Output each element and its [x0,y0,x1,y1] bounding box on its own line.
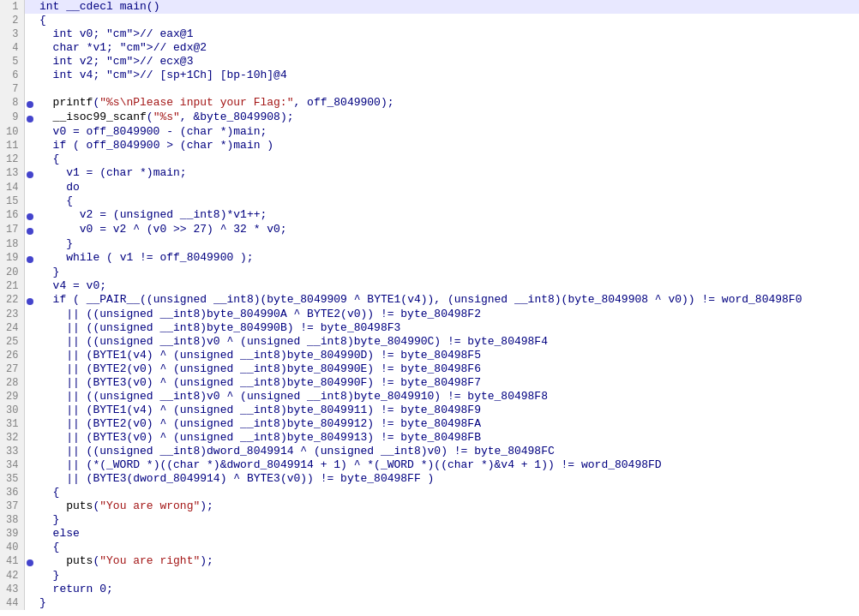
breakpoint-dot[interactable] [24,458,36,472]
code-line: || (BYTE1(v4) ^ (unsigned __int8)byte_80… [36,349,859,362]
breakpoint-dot[interactable] [24,431,36,445]
line-number: 11 [0,139,24,153]
table-row: 30 || (BYTE1(v4) ^ (unsigned __int8)byte… [0,404,859,417]
code-line: } [36,237,859,251]
code-line: char *v1; "cm">// edx@2 [36,41,859,55]
line-number: 3 [0,27,24,41]
breakpoint-dot[interactable] [24,41,36,55]
breakpoint-dot[interactable] [24,55,36,69]
code-line: int v4; "cm">// [sp+1Ch] [bp-10h]@4 [36,69,859,82]
table-row: 4 char *v1; "cm">// edx@2 [0,41,859,55]
code-line: __isoc99_scanf("%s", &byte_8049908); [36,111,859,125]
code-line: } [36,569,859,583]
line-number: 24 [0,321,24,335]
line-number: 16 [0,208,24,223]
code-line: while ( v1 != off_8049900 ); [36,251,859,266]
code-line: if ( off_8049900 > (char *)main ) [36,139,859,153]
line-number: 12 [0,153,24,166]
table-row: 29 || ((unsigned __int8)v0 ^ (unsigned _… [0,390,859,404]
breakpoint-dot[interactable] [24,208,36,223]
breakpoint-dot[interactable] [24,111,36,125]
table-row: 40 { [0,541,859,554]
table-row: 19 while ( v1 != off_8049900 ); [0,251,859,266]
table-row: 37 puts("You are wrong"); [0,499,859,513]
table-row: 15 { [0,194,859,208]
breakpoint-dot[interactable] [24,96,36,111]
breakpoint-dot[interactable] [24,541,36,554]
breakpoint-dot[interactable] [24,194,36,208]
breakpoint-dot[interactable] [24,596,36,610]
breakpoint-dot[interactable] [24,14,36,27]
breakpoint-dot[interactable] [24,569,36,583]
breakpoint-dot[interactable] [24,472,36,486]
code-line: || ((unsigned __int8)dword_8049914 ^ (un… [36,445,859,458]
breakpoint-dot[interactable] [24,321,36,335]
line-number: 31 [0,417,24,431]
code-line: { [36,541,859,554]
breakpoint-dot[interactable] [24,223,36,237]
line-number: 23 [0,308,24,321]
code-line [36,82,859,96]
breakpoint-dot[interactable] [24,251,36,266]
breakpoint-dot[interactable] [24,417,36,431]
breakpoint-dot[interactable] [24,362,36,376]
breakpoint-dot[interactable] [24,153,36,166]
line-number: 13 [0,166,24,181]
table-row: 7 [0,82,859,96]
code-line: { [36,153,859,166]
code-line: } [36,513,859,527]
breakpoint-dot[interactable] [24,237,36,251]
code-line: puts("You are right"); [36,554,859,569]
breakpoint-dot[interactable] [24,27,36,41]
table-row: 32 || (BYTE3(v0) ^ (unsigned __int8)byte… [0,431,859,445]
table-row: 31 || (BYTE2(v0) ^ (unsigned __int8)byte… [0,417,859,431]
code-line: do [36,181,859,194]
table-row: 16 v2 = (unsigned __int8)*v1++; [0,208,859,223]
code-line: || (BYTE2(v0) ^ (unsigned __int8)byte_80… [36,362,859,376]
code-line: || (BYTE3(dword_8049914) ^ BYTE3(v0)) !=… [36,472,859,486]
line-number: 26 [0,349,24,362]
table-row: 26 || (BYTE1(v4) ^ (unsigned __int8)byte… [0,349,859,362]
line-number: 39 [0,527,24,541]
code-line: || ((unsigned __int8)v0 ^ (unsigned __in… [36,390,859,404]
line-number: 5 [0,55,24,69]
breakpoint-dot[interactable] [24,82,36,96]
code-line: v2 = (unsigned __int8)*v1++; [36,208,859,223]
breakpoint-dot[interactable] [24,266,36,279]
breakpoint-dot[interactable] [24,513,36,527]
code-line: int v2; "cm">// ecx@3 [36,55,859,69]
breakpoint-dot[interactable] [24,308,36,321]
line-number: 42 [0,569,24,583]
line-number: 6 [0,69,24,82]
table-row: 22 if ( __PAIR__((unsigned __int8)(byte_… [0,293,859,308]
breakpoint-dot[interactable] [24,499,36,513]
breakpoint-dot[interactable] [24,69,36,82]
breakpoint-dot[interactable] [24,181,36,194]
code-line: || (BYTE1(v4) ^ (unsigned __int8)byte_80… [36,404,859,417]
breakpoint-dot[interactable] [24,527,36,541]
table-row: 42 } [0,569,859,583]
breakpoint-dot[interactable] [24,0,36,14]
breakpoint-dot[interactable] [24,445,36,458]
breakpoint-dot[interactable] [24,349,36,362]
breakpoint-dot[interactable] [24,554,36,569]
breakpoint-dot[interactable] [24,376,36,390]
code-line: { [36,486,859,499]
breakpoint-dot[interactable] [24,125,36,139]
breakpoint-dot[interactable] [24,335,36,349]
code-line: int v0; "cm">// eax@1 [36,27,859,41]
breakpoint-dot[interactable] [24,139,36,153]
line-number: 21 [0,279,24,293]
breakpoint-dot[interactable] [24,390,36,404]
breakpoint-dot[interactable] [24,404,36,417]
breakpoint-dot[interactable] [24,486,36,499]
breakpoint-dot[interactable] [24,166,36,181]
breakpoint-dot[interactable] [24,279,36,293]
breakpoint-dot[interactable] [24,293,36,308]
code-line: || (BYTE2(v0) ^ (unsigned __int8)byte_80… [36,417,859,431]
table-row: 36 { [0,486,859,499]
breakpoint-dot[interactable] [24,583,36,596]
table-row: 3 int v0; "cm">// eax@1 [0,27,859,41]
code-line: || ((unsigned __int8)v0 ^ (unsigned __in… [36,335,859,349]
code-line: || (BYTE3(v0) ^ (unsigned __int8)byte_80… [36,376,859,390]
